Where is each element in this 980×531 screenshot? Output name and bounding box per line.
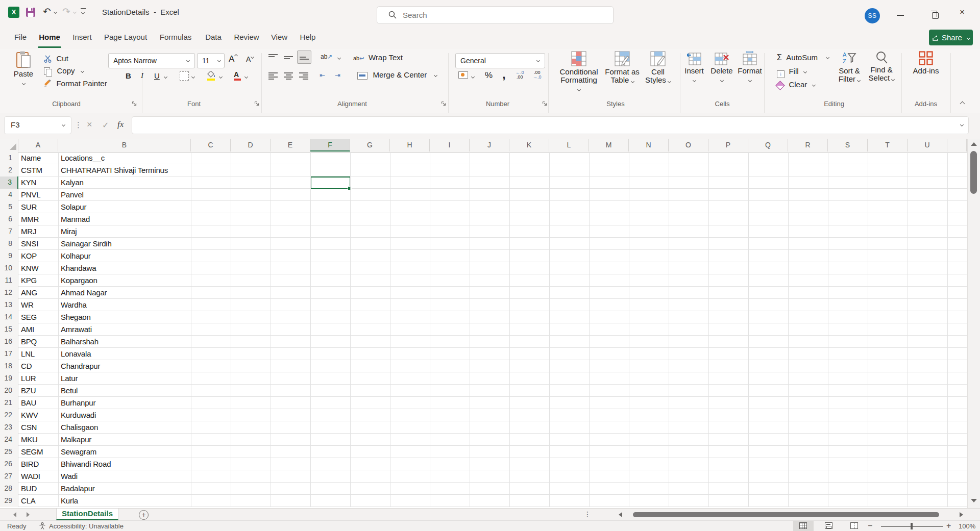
row-header-27[interactable]: 27 bbox=[0, 470, 18, 483]
scroll-up-icon[interactable] bbox=[971, 142, 977, 146]
accessibility-icon[interactable] bbox=[39, 522, 46, 529]
column-header-B[interactable]: B bbox=[58, 139, 191, 151]
column-header-E[interactable]: E bbox=[271, 139, 310, 151]
excel-app-icon[interactable]: X bbox=[8, 7, 19, 18]
grid-cell-B25[interactable]: Sewagram bbox=[58, 446, 193, 458]
decrease-decimal-button[interactable]: .00→.0 bbox=[533, 70, 542, 80]
increase-indent-icon[interactable]: ⇥ bbox=[335, 71, 340, 79]
grid-cell-B1[interactable]: Locations__c bbox=[58, 152, 193, 164]
column-header-F[interactable]: F bbox=[310, 139, 350, 151]
accessibility-status[interactable]: Accessibility: Unavailable bbox=[49, 522, 124, 530]
grid-cell-A24[interactable]: MKU bbox=[18, 434, 61, 446]
hscroll-right-icon[interactable] bbox=[960, 512, 963, 517]
qat-customize-icon[interactable] bbox=[81, 8, 86, 9]
row-header-26[interactable]: 26 bbox=[0, 458, 18, 470]
grid-cell-A21[interactable]: BAU bbox=[18, 397, 61, 409]
column-header-L[interactable]: L bbox=[549, 139, 589, 151]
grid-cell-B15[interactable]: Amrawati bbox=[58, 323, 193, 336]
grid-cell-B5[interactable]: Solapur bbox=[58, 201, 193, 213]
namebox-separator-dots[interactable]: ⋮ bbox=[75, 120, 82, 130]
row-header-7[interactable]: 7 bbox=[0, 225, 18, 238]
row-header-12[interactable]: 12 bbox=[0, 287, 18, 299]
minimize-button[interactable] bbox=[897, 15, 904, 16]
row-header-18[interactable]: 18 bbox=[0, 360, 18, 372]
align-middle-button[interactable] bbox=[284, 53, 293, 60]
grid-cell-B29[interactable]: Kurla bbox=[58, 495, 193, 507]
row-header-9[interactable]: 9 bbox=[0, 250, 18, 262]
column-header-T[interactable]: T bbox=[868, 139, 908, 151]
insert-function-icon[interactable]: fx bbox=[117, 119, 124, 130]
orientation-button[interactable]: ab↗ bbox=[321, 53, 332, 60]
alignment-dialog-launcher-icon[interactable] bbox=[441, 101, 446, 106]
tab-file[interactable]: File bbox=[9, 30, 32, 45]
row-header-15[interactable]: 15 bbox=[0, 323, 18, 336]
row-header-5[interactable]: 5 bbox=[0, 201, 18, 213]
selected-cell-F3[interactable] bbox=[310, 176, 351, 189]
clear-button[interactable]: Clear bbox=[777, 80, 815, 91]
close-button[interactable]: × bbox=[960, 7, 965, 17]
paste-button[interactable]: Paste bbox=[9, 51, 38, 86]
format-as-table-button[interactable]: Format as Table bbox=[603, 51, 641, 84]
grid-cell-B8[interactable]: Sainagar Sirdih bbox=[58, 238, 193, 250]
undo-icon[interactable]: ↶ bbox=[43, 7, 51, 17]
autosum-button[interactable]: Σ AutoSum bbox=[777, 53, 829, 62]
font-color-dropdown-icon[interactable] bbox=[244, 75, 248, 79]
vertical-scrollbar[interactable] bbox=[967, 139, 980, 508]
grid-cell-A19[interactable]: LUR bbox=[18, 372, 61, 385]
grid-cell-A12[interactable]: ANG bbox=[18, 287, 61, 299]
row-header-3[interactable]: 3 bbox=[0, 176, 18, 189]
row-header-14[interactable]: 14 bbox=[0, 311, 18, 323]
formula-input[interactable] bbox=[132, 116, 969, 134]
row-header-29[interactable]: 29 bbox=[0, 495, 18, 507]
bold-button[interactable]: B bbox=[126, 71, 131, 80]
horizontal-scroll-thumb[interactable] bbox=[633, 512, 939, 517]
row-header-23[interactable]: 23 bbox=[0, 421, 18, 434]
row-header-20[interactable]: 20 bbox=[0, 385, 18, 397]
column-header-O[interactable]: O bbox=[669, 139, 708, 151]
underline-dropdown-icon[interactable] bbox=[164, 75, 167, 79]
grid-cell-B2[interactable]: CHHATRAPATI Shivaji Terminus bbox=[58, 164, 193, 176]
orientation-dropdown-icon[interactable] bbox=[337, 56, 341, 60]
grid-cell-B24[interactable]: Malkapur bbox=[58, 434, 193, 446]
name-box[interactable]: F3 bbox=[4, 116, 71, 134]
column-header-P[interactable]: P bbox=[708, 139, 748, 151]
grid-cell-A10[interactable]: KNW bbox=[18, 262, 61, 274]
grid-cell-A23[interactable]: CSN bbox=[18, 421, 61, 434]
clipboard-dialog-launcher-icon[interactable] bbox=[132, 101, 137, 106]
grid-cell-A11[interactable]: KPG bbox=[18, 274, 61, 287]
grid-cell-B7[interactable]: Miraj bbox=[58, 225, 193, 238]
grid-cell-B20[interactable]: Betul bbox=[58, 385, 193, 397]
find-select-button[interactable]: Find & Select bbox=[867, 51, 896, 82]
column-header-I[interactable]: I bbox=[430, 139, 470, 151]
grid-cell-B16[interactable]: Balharshah bbox=[58, 336, 193, 348]
row-header-19[interactable]: 19 bbox=[0, 372, 18, 385]
sheet-nav-right-icon[interactable] bbox=[27, 512, 30, 517]
italic-button[interactable]: I bbox=[141, 71, 143, 80]
zoom-in-button[interactable]: + bbox=[946, 521, 951, 530]
grid-cell-B4[interactable]: Panvel bbox=[58, 189, 193, 201]
undo-dropdown-icon[interactable] bbox=[54, 10, 57, 14]
cut-button[interactable]: Cut bbox=[44, 54, 68, 65]
grid-cell-A17[interactable]: LNL bbox=[18, 348, 61, 360]
accounting-dropdown-icon[interactable] bbox=[471, 75, 475, 79]
save-icon[interactable] bbox=[26, 7, 36, 17]
redo-dropdown-icon[interactable] bbox=[73, 10, 77, 14]
grid-cell-A5[interactable]: SUR bbox=[18, 201, 61, 213]
accounting-format-icon[interactable] bbox=[458, 71, 468, 79]
grid-cell-A13[interactable]: WR bbox=[18, 299, 61, 311]
column-header-U[interactable]: U bbox=[908, 139, 947, 151]
tab-home[interactable]: Home bbox=[37, 30, 62, 45]
grid-cell-B17[interactable]: Lonavala bbox=[58, 348, 193, 360]
column-header-H[interactable]: H bbox=[390, 139, 430, 151]
column-header-S[interactable]: S bbox=[828, 139, 868, 151]
zoom-level[interactable]: 100% bbox=[959, 522, 975, 530]
grid-cell-A14[interactable]: SEG bbox=[18, 311, 61, 323]
column-header-K[interactable]: K bbox=[509, 139, 549, 151]
grid-cell-A27[interactable]: WADI bbox=[18, 470, 61, 483]
format-cells-button[interactable]: Format bbox=[737, 51, 763, 83]
share-button[interactable]: Share bbox=[929, 30, 973, 45]
shrink-font-button[interactable]: A bbox=[246, 55, 254, 63]
conditional-formatting-button[interactable]: Conditional Formatting bbox=[558, 51, 599, 92]
collapse-ribbon-icon[interactable] bbox=[960, 102, 965, 107]
grid-cell-A15[interactable]: AMI bbox=[18, 323, 61, 336]
